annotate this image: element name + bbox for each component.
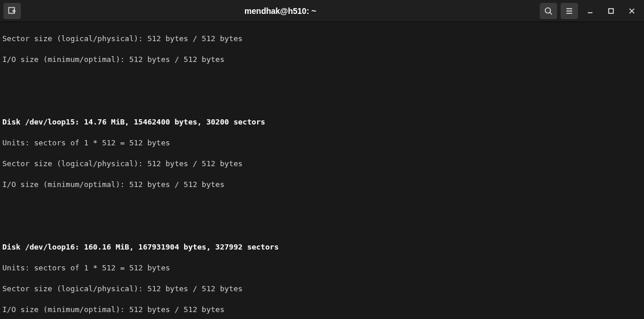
output-line: I/O size (minimum/optimal): 512 bytes / … (2, 305, 642, 315)
terminal-area[interactable]: Sector size (logical/physical): 512 byte… (0, 22, 644, 319)
minimize-button[interactable] (581, 3, 599, 19)
output-line: I/O size (minimum/optimal): 512 bytes / … (2, 179, 642, 190)
output-line: Sector size (logical/physical): 512 byte… (2, 34, 642, 44)
output-line: Sector size (logical/physical): 512 byte… (2, 284, 642, 294)
menu-button[interactable] (561, 3, 578, 19)
search-button[interactable] (540, 3, 557, 19)
output-line: Units: sectors of 1 * 512 = 512 bytes (2, 263, 642, 273)
window-title: mendhak@h510: ~ (24, 6, 536, 16)
disk-header: Disk /dev/loop15: 14.76 MiB, 15462400 by… (2, 117, 642, 127)
svg-rect-7 (609, 9, 613, 13)
svg-line-2 (550, 12, 552, 14)
titlebar: mendhak@h510: ~ (0, 0, 644, 22)
close-button[interactable] (623, 3, 641, 19)
blank-line (2, 96, 642, 107)
output-line: Units: sectors of 1 * 512 = 512 bytes (2, 138, 642, 148)
new-tab-button[interactable] (3, 3, 21, 19)
blank-line (2, 200, 642, 211)
blank-line (2, 75, 642, 86)
output-line: I/O size (minimum/optimal): 512 bytes / … (2, 54, 642, 65)
disk-header: Disk /dev/loop16: 160.16 MiB, 167931904 … (2, 242, 642, 252)
output-line: Sector size (logical/physical): 512 byte… (2, 159, 642, 169)
blank-line (2, 221, 642, 232)
maximize-button[interactable] (602, 3, 620, 19)
titlebar-right (540, 3, 641, 19)
svg-point-1 (546, 8, 551, 13)
